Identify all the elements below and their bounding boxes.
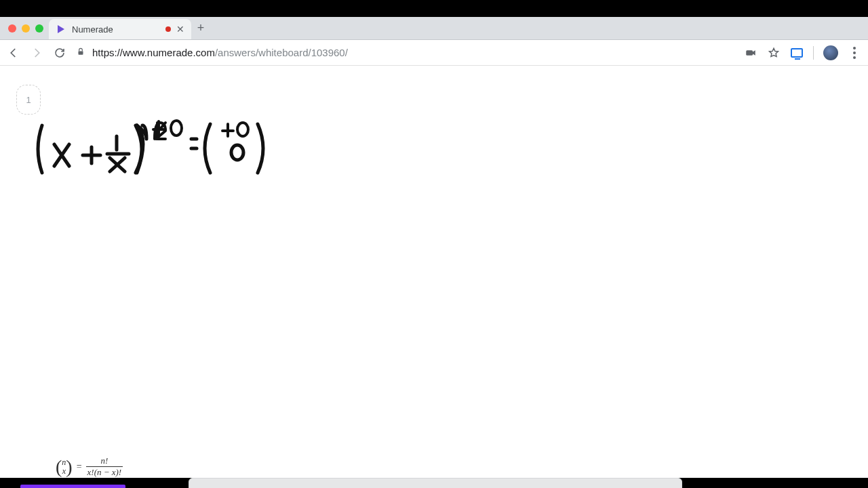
camera-icon[interactable]	[744, 46, 757, 60]
formula-hint: ( n x ) = n! x!(n − x)!	[56, 455, 123, 478]
profile-avatar[interactable]	[823, 45, 838, 60]
fraction-numerator: n!	[100, 455, 108, 466]
url-host: https://www.numerade.com	[92, 47, 215, 58]
lock-icon	[76, 47, 85, 58]
fraction-denominator: x!(n − x)!	[86, 466, 123, 478]
url-text: https://www.numerade.com/answers/whitebo…	[92, 47, 348, 58]
toolbar-right	[744, 45, 861, 60]
tab-favicon	[56, 24, 66, 35]
reload-button[interactable]	[53, 46, 66, 60]
fraction: n! x!(n − x)!	[86, 455, 123, 478]
stop-recording-button[interactable]: Stop Recording	[20, 485, 125, 488]
nav-back-button[interactable]	[7, 46, 20, 60]
close-window-button[interactable]	[8, 24, 16, 33]
binom-bottom: x	[62, 467, 66, 476]
tab-close-button[interactable]: ✕	[176, 24, 184, 35]
tab-bar: Numerade ✕ +	[0, 17, 868, 40]
svg-point-5	[231, 145, 243, 160]
binom-symbol: ( n x )	[56, 458, 73, 476]
svg-point-4	[237, 123, 248, 136]
cast-icon[interactable]	[790, 46, 804, 60]
bookmark-star-button[interactable]	[767, 46, 781, 60]
page-number: 1	[26, 95, 31, 105]
new-tab-button[interactable]: +	[191, 21, 210, 39]
svg-marker-0	[58, 25, 64, 33]
minimize-window-button[interactable]	[22, 24, 30, 33]
browser-window: Numerade ✕ + https://www.numerade.com/an…	[0, 17, 868, 478]
whiteboard-area[interactable]: 1	[0, 66, 868, 478]
svg-rect-2	[746, 50, 753, 56]
nav-forward-button[interactable]	[30, 46, 43, 60]
url-path: /answers/whiteboard/103960/	[215, 47, 348, 58]
equals-sign: =	[77, 462, 82, 472]
handwritten-equation	[30, 119, 294, 180]
page-thumbnail[interactable]: 1	[16, 85, 41, 115]
recording-indicator-icon	[165, 26, 171, 32]
toolbar-divider	[813, 46, 814, 60]
address-bar: https://www.numerade.com/answers/whitebo…	[0, 40, 868, 66]
maximize-window-button[interactable]	[35, 24, 43, 33]
browser-menu-button[interactable]	[848, 46, 861, 60]
url-field[interactable]: https://www.numerade.com/answers/whitebo…	[76, 47, 734, 58]
tab-title: Numerade	[72, 24, 113, 35]
svg-point-3	[171, 121, 182, 136]
window-controls	[5, 24, 49, 39]
whiteboard-toolbar	[189, 478, 682, 488]
browser-tab[interactable]: Numerade ✕	[49, 19, 191, 39]
svg-rect-1	[79, 51, 83, 54]
